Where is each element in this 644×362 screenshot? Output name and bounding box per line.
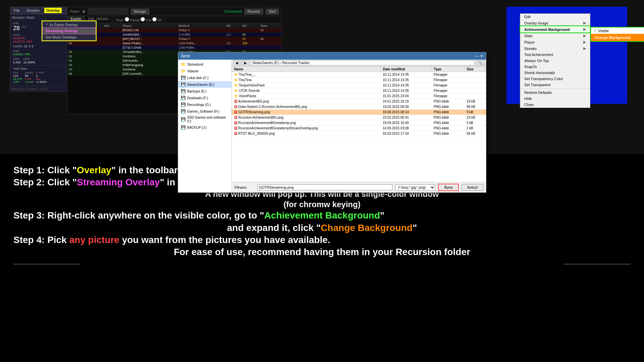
cancel-button[interactable]: Avbryt bbox=[462, 184, 483, 191]
deaths-val1: 12 bbox=[24, 45, 28, 48]
cm-hide[interactable]: Hide bbox=[520, 96, 590, 102]
get-more-overlays-item[interactable]: Get More Overlays bbox=[43, 34, 96, 40]
drive-icon: 💾 bbox=[181, 75, 186, 80]
fd-path-bar[interactable]: SteamGames (D:) › Recursion Tracker bbox=[251, 60, 475, 65]
list-item[interactable]: 🖼 AchievementBG.png24.01.2015 16:15PNG-b… bbox=[232, 99, 486, 104]
cm-test-achievement[interactable]: Test Achievement bbox=[520, 52, 590, 58]
kills-stat: Kills 28 bbox=[13, 21, 20, 32]
fd-back-button[interactable]: ◀ bbox=[233, 60, 240, 65]
settings-icon[interactable]: ⚙ bbox=[82, 10, 85, 13]
total-deaths-stat: Deaths 60 1,917 +0,104 bbox=[25, 71, 33, 83]
col-type[interactable]: Type bbox=[432, 67, 465, 72]
manage-button[interactable]: Manage bbox=[131, 9, 149, 14]
table-row: 100Sunderer[Mi...C-4 ARX1,236 bbox=[67, 33, 281, 37]
list-item[interactable]: 📁 TorqueVoicePack10.11.2014 14:35Filmapp… bbox=[232, 83, 486, 88]
asm-visible[interactable]: ✓ Visible bbox=[591, 27, 644, 34]
cm-set-transparent[interactable]: Set Transparent bbox=[520, 82, 590, 88]
folder-icon: 📁 bbox=[181, 69, 186, 73]
cm-achievement-background[interactable]: Achievement Background ▶ bbox=[520, 26, 590, 33]
cm-stats[interactable]: Stats ▶ bbox=[520, 33, 590, 39]
list-item[interactable]: 🖼 RcursionAchievementBGnewtempStreamOver… bbox=[232, 126, 486, 131]
folder-icon: 📁 bbox=[234, 73, 238, 76]
fd-sidebar-videoer[interactable]: 📁 Videoer bbox=[178, 68, 231, 74]
fd-forward-button[interactable]: ▶ bbox=[242, 60, 249, 65]
fd-sidebar-backups-e[interactable]: 💾 Backups (E:) bbox=[178, 88, 231, 95]
col-name[interactable]: Name bbox=[232, 67, 381, 72]
png-icon: 🖼 bbox=[234, 105, 237, 109]
cm-overlay-image[interactable]: Overlay Image ▶ bbox=[520, 20, 590, 26]
in-game-overlay-item[interactable]: ✓ In-Game Overlay bbox=[43, 21, 96, 28]
cm-restore-defaults[interactable]: Restore Defaults bbox=[520, 89, 590, 96]
cm-player[interactable]: Player ▶ bbox=[520, 39, 590, 45]
step3b-text: and expand it, click "Change Background" bbox=[13, 222, 631, 234]
list-item[interactable]: 📁 TinyTina_...10.11.2014 14:35Filmappe bbox=[232, 72, 486, 77]
radio-dif[interactable] bbox=[152, 17, 157, 21]
cm-set-transparency-color[interactable]: Set Transparency Color bbox=[520, 76, 590, 82]
radio-full[interactable] bbox=[141, 17, 145, 21]
fd-sidebar-games-h[interactable]: 💾 Games_Software (H:) bbox=[178, 108, 231, 115]
asm-change-background[interactable]: Change Background bbox=[591, 34, 644, 41]
fd-sidebar-backup-j[interactable]: 💾 BACKUP (J:) bbox=[178, 124, 231, 131]
step3-text: Step 3: Right-click anywhere on the visi… bbox=[13, 209, 631, 222]
fd-sidebar-ssd-i[interactable]: 💾 SSD Games and software (I:) bbox=[178, 115, 231, 124]
divider-right bbox=[564, 264, 631, 264]
deaths-label: Deaths bbox=[13, 45, 23, 48]
list-item[interactable]: 🖼 Duke-Nukem-1-Rcursion-AchievementBG.pn… bbox=[232, 104, 486, 110]
drive-icon: 💾 bbox=[181, 82, 186, 87]
open-button[interactable]: Åpne bbox=[438, 184, 459, 191]
arrow-icon: ▶ bbox=[583, 46, 586, 51]
visible-checkmark-icon: ✓ bbox=[594, 28, 597, 33]
col-method: Method bbox=[177, 23, 225, 28]
arrow-icon: ▶ bbox=[583, 27, 586, 32]
fd-sidebar-local-c[interactable]: 💾 Lokal disk (C:) bbox=[178, 74, 231, 81]
list-item[interactable]: 📁 UT2K Sounds10.11.2014 14:35Filmappe bbox=[232, 88, 486, 94]
list-item[interactable]: 🖼 RcursionAchievementBGnewtemp.png19.04.… bbox=[232, 120, 486, 126]
cm-edit[interactable]: Edit bbox=[520, 14, 590, 20]
menu-overlay[interactable]: Overlay bbox=[44, 8, 62, 13]
context-menu: Edit Overlay Image ▶ Achievement Backgro… bbox=[520, 13, 590, 108]
cm-shrink-horizontally[interactable]: Shrink Horizontally bbox=[520, 70, 590, 76]
player-select[interactable] bbox=[88, 8, 128, 14]
file-filter-select[interactable]: (*.bmp,*.jpg,*.png) bbox=[395, 184, 435, 191]
png-icon: 🖼 bbox=[234, 110, 237, 114]
deaths-val3: 2 bbox=[32, 45, 34, 48]
menu-session[interactable]: Session bbox=[24, 8, 42, 13]
hsr-stat: HSR 21,429% bbox=[23, 57, 36, 64]
achievement-submenu: ✓ Visible Change Background bbox=[590, 27, 644, 42]
fd-sidebar-dowloads-f[interactable]: 💾 Dowloads (F:) bbox=[178, 95, 231, 101]
start-button[interactable]: Start bbox=[266, 9, 279, 14]
fd-sidebar-steam-d[interactable]: 💾 SteamGames (D:) bbox=[178, 81, 231, 88]
list-item[interactable]: 📁 VoicePacks31.01.2015 23:04Filmappe bbox=[232, 94, 486, 99]
fd-footer: Filnavn: (*.bmp,*.jpg,*.png) Åpne Avbryt bbox=[232, 182, 486, 192]
cm-streaks[interactable]: Streaks ▶ bbox=[520, 45, 590, 52]
table-row: 92Spear Phalan...L100 Pytho...1,0205 bbox=[67, 41, 281, 46]
separator bbox=[520, 88, 590, 89]
change-background-keyword: Change Background bbox=[321, 223, 413, 233]
col-kd: KD bbox=[241, 23, 259, 28]
radio-partial[interactable] bbox=[125, 17, 129, 21]
arrow-icon: ▶ bbox=[583, 40, 586, 44]
fd-toolbar: ◀ ▶ SteamGames (D:) › Recursion Tracker … bbox=[232, 60, 486, 66]
list-item[interactable]: 🖼 GOTRStreaming.png19.06.2015 08:14PNG-b… bbox=[232, 110, 486, 115]
list-item[interactable]: 🖼 RTST MLG_000026.png03.03.2015 17:34PNG… bbox=[232, 131, 486, 136]
cm-snapto[interactable]: SnapTo bbox=[520, 64, 590, 70]
fd-titlebar: Åpne — ✕ bbox=[178, 52, 486, 60]
fd-search-button[interactable]: 🔍 bbox=[476, 60, 485, 65]
col-date[interactable]: Date modified bbox=[381, 67, 432, 72]
table-row: 100[MIT] BEAST...Pulsar C2149 bbox=[67, 37, 281, 41]
tab-time[interactable]: Time: Partial Full Dif bbox=[112, 16, 165, 23]
resume-button[interactable]: Resume bbox=[245, 9, 263, 14]
list-item[interactable]: 🖼 Rcursion-AchievementBG.png23.02.2015 0… bbox=[232, 115, 486, 120]
fd-minimize-icon[interactable]: — bbox=[475, 54, 479, 58]
filename-input[interactable] bbox=[257, 184, 392, 190]
cm-close[interactable]: Close bbox=[520, 102, 590, 108]
col-size[interactable]: Size bbox=[465, 67, 486, 72]
fd-close-icon[interactable]: ✕ bbox=[480, 54, 483, 58]
streaming-overlay-item[interactable]: Streaming Overlay bbox=[43, 28, 96, 34]
fd-sidebar-recordings-g[interactable]: 💾 Recordings (G:) bbox=[178, 101, 231, 108]
list-item[interactable]: 📁 TinyTina10.11.2014 14:35Filmappe bbox=[232, 77, 486, 83]
menu-file[interactable]: File bbox=[12, 8, 22, 13]
fd-sidebar-skrivebord[interactable]: 📁 Skrivebord bbox=[178, 61, 231, 68]
any-picture-keyword: any picture bbox=[69, 235, 119, 245]
cm-always-on-top[interactable]: Always On Top " bbox=[520, 58, 590, 64]
